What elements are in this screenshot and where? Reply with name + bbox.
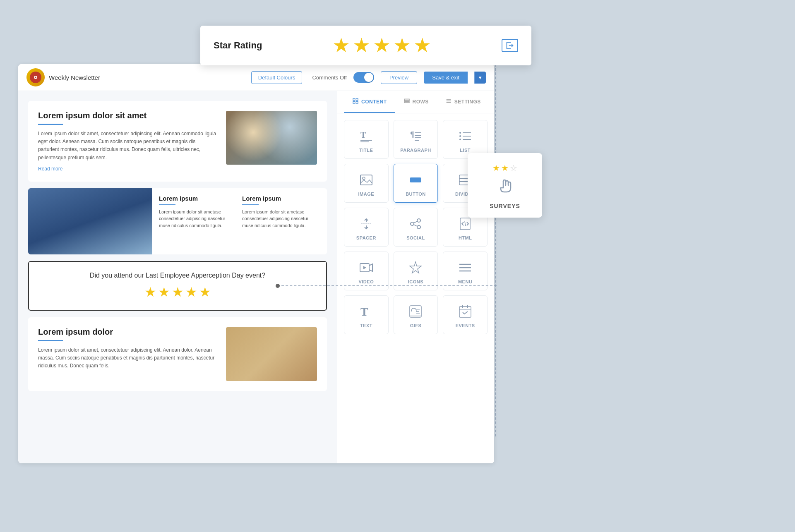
content-item-image[interactable]: IMAGE: [344, 164, 389, 203]
preview-button[interactable]: Preview: [381, 71, 417, 84]
editor-container: Weekly Newsletter Default Colours Commen…: [18, 64, 494, 463]
article-col-1: Lorem ipsum Lorem ipsum dolor sit ametas…: [159, 195, 237, 248]
svg-point-23: [459, 135, 461, 137]
tab-settings[interactable]: SETTINGS: [437, 91, 489, 113]
settings-tab-icon: [445, 98, 452, 105]
events-icon: [458, 304, 473, 319]
button-icon: [408, 173, 423, 187]
paragraph-icon: ¶: [408, 129, 423, 144]
menu-icon: [458, 260, 473, 275]
read-more-link[interactable]: Read more: [38, 166, 218, 172]
article-card-1: Lorem ipsum dolor sit amet Lorem ipsum d…: [28, 101, 327, 182]
social-label: SOCIAL: [406, 235, 425, 240]
content-item-events[interactable]: EVENTS: [443, 295, 488, 334]
content-item-menu[interactable]: MENU: [443, 252, 488, 290]
svg-line-39: [414, 221, 417, 223]
article-col-underline-1: [159, 204, 175, 205]
svg-line-42: [465, 221, 466, 226]
star-rating-title: Star Rating: [214, 40, 262, 51]
content-item-gifs[interactable]: GIFS: [394, 295, 438, 334]
star-rating-close-button[interactable]: [502, 39, 518, 52]
survey-stars[interactable]: ★ ★ ★ ★ ★: [39, 284, 316, 300]
star-rating-popup: Star Rating ★ ★ ★ ★ ★: [200, 26, 531, 65]
svg-point-2: [35, 77, 36, 78]
editor-header: Weekly Newsletter Default Colours Commen…: [18, 64, 494, 91]
rows-tab-icon: [404, 98, 410, 105]
article-col-title-1: Lorem ipsum: [159, 195, 232, 202]
survey-star-4[interactable]: ★: [185, 284, 197, 300]
star-icon-1: ★: [332, 36, 350, 55]
content-item-paragraph[interactable]: ¶ PARAGRAPH: [394, 120, 438, 159]
svg-rect-29: [410, 177, 421, 182]
article-title-3: Lorem ipsum dolor: [38, 327, 218, 337]
newsletter-preview: Lorem ipsum dolor sit amet Lorem ipsum d…: [18, 91, 337, 463]
content-grid: T TITLE ¶ PARAGRAPH: [337, 113, 494, 341]
paragraph-label: PARAGRAPH: [400, 148, 431, 153]
svg-point-37: [417, 219, 420, 222]
svg-point-21: [459, 132, 461, 134]
article-body-3: Lorem ipsum dolor sit amet, consectetuer…: [38, 346, 218, 370]
list-label: LIST: [460, 148, 471, 153]
article-text-1: Lorem ipsum dolor sit amet Lorem ipsum d…: [38, 111, 218, 172]
tab-rows[interactable]: ROWS: [395, 91, 437, 113]
content-item-button[interactable]: BUTTON: [394, 164, 438, 203]
button-label: BUTTON: [406, 192, 426, 197]
video-icon: [359, 260, 374, 275]
article-image-3: [226, 327, 317, 381]
text-label: TEXT: [360, 323, 372, 328]
icons-label: ICONS: [408, 279, 423, 284]
svg-rect-7: [404, 99, 409, 100]
surveys-card-label: SURVEYS: [490, 203, 520, 209]
svg-text:T: T: [360, 305, 368, 318]
content-item-text[interactable]: T TEXT: [344, 295, 389, 334]
right-panel: CONTENT ROWS: [337, 91, 494, 463]
svg-text:T: T: [360, 130, 366, 139]
comments-off-label: Comments Off: [312, 74, 347, 81]
gifs-label: GIFS: [410, 323, 422, 328]
comments-toggle[interactable]: [353, 72, 374, 83]
svg-rect-8: [404, 101, 409, 101]
article-title-1: Lorem ipsum dolor sit amet: [38, 111, 218, 120]
save-dropdown-button[interactable]: ▾: [474, 72, 486, 84]
tab-content[interactable]: CONTENT: [344, 91, 395, 113]
svg-marker-44: [363, 266, 366, 269]
svg-rect-54: [410, 315, 421, 317]
content-item-title[interactable]: T TITLE: [344, 120, 389, 159]
article-cols: Lorem ipsum Lorem ipsum dolor sit ametas…: [152, 188, 327, 254]
content-item-icons[interactable]: ICONS: [394, 252, 438, 290]
article-col-title-2: Lorem ipsum: [242, 195, 315, 202]
html-label: HTML: [459, 235, 472, 240]
survey-question: Did you attend our Last Employee Apperce…: [39, 272, 316, 279]
star-icon-4: ★: [393, 36, 411, 55]
svg-rect-9: [404, 102, 409, 103]
content-item-video[interactable]: VIDEO: [344, 252, 389, 290]
star-icon-5: ★: [413, 36, 431, 55]
article-col-2: Lorem ipsum Lorem ipsum dolor sit ametas…: [237, 195, 320, 248]
svg-rect-55: [459, 307, 471, 317]
svg-point-38: [417, 225, 420, 229]
article-col-underline-2: [242, 204, 259, 205]
survey-star-2[interactable]: ★: [158, 284, 170, 300]
survey-star-1[interactable]: ★: [144, 284, 156, 300]
social-icon: [408, 216, 423, 231]
title-icon: T: [359, 129, 374, 144]
settings-tab-label: SETTINGS: [454, 99, 481, 105]
svg-marker-45: [410, 262, 421, 273]
save-button[interactable]: Save & exit: [424, 72, 468, 84]
default-colours-button[interactable]: Default Colours: [251, 71, 303, 84]
surveys-stars: ★ ★ ☆: [492, 163, 517, 173]
content-item-social[interactable]: SOCIAL: [394, 208, 438, 247]
content-tab-icon: [352, 98, 359, 105]
star-rating-stars: ★ ★ ★ ★ ★: [332, 36, 431, 55]
menu-label: MENU: [458, 279, 472, 284]
logo-area: Weekly Newsletter: [26, 68, 100, 86]
surveys-star-1: ★: [492, 163, 500, 173]
spacer-icon: [359, 216, 374, 231]
star-icon-3: ★: [373, 36, 391, 55]
survey-star-3[interactable]: ★: [172, 284, 184, 300]
text-icon: T: [359, 304, 374, 319]
survey-star-5[interactable]: ★: [199, 284, 211, 300]
star-icon-2: ★: [353, 36, 370, 55]
surveys-card: ★ ★ ☆ SURVEYS: [468, 153, 542, 218]
content-item-spacer[interactable]: SPACER: [344, 208, 389, 247]
